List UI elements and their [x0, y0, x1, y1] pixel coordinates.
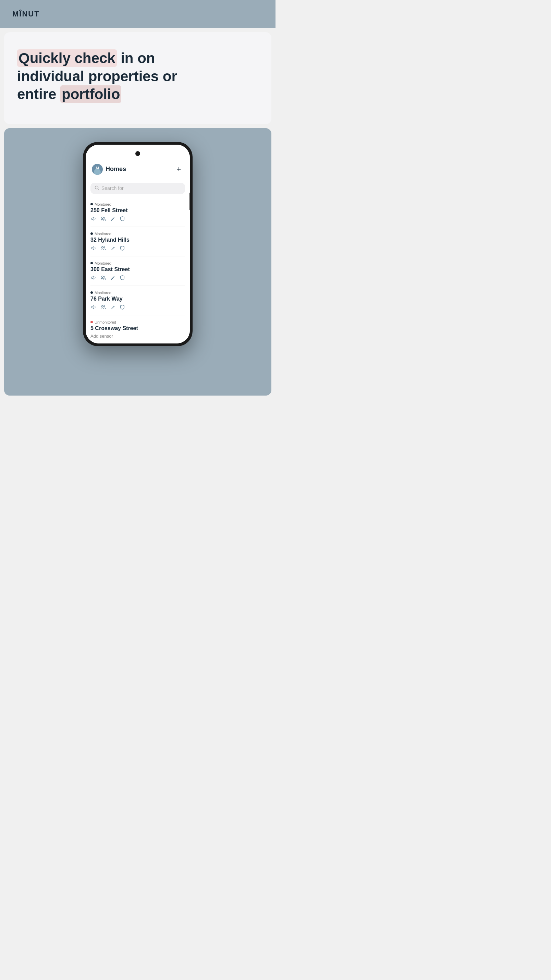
hero-title: Quickly check in on individual propertie… [17, 49, 258, 103]
people-icon-1 [100, 216, 106, 222]
people-icon-3 [100, 275, 106, 281]
property-list: Monitored 250 Fell Street [86, 197, 190, 344]
property-item-2[interactable]: Monitored 32 Hyland Hills [91, 227, 185, 256]
avatar-body [94, 169, 101, 175]
property-icons-1 [91, 216, 185, 222]
stairs-icon-1 [110, 216, 116, 222]
svg-point-2 [102, 217, 103, 219]
status-dot-5 [91, 321, 93, 323]
hero-section: Quickly check in on individual propertie… [4, 32, 272, 124]
svg-point-4 [102, 247, 103, 248]
property-name-1: 250 Fell Street [91, 207, 185, 213]
shield-icon-2 [119, 245, 125, 251]
svg-point-6 [102, 276, 103, 278]
status-dot-1 [91, 203, 93, 205]
shield-icon-3 [119, 275, 125, 281]
property-icons-4 [91, 304, 185, 310]
sound-icon-1 [91, 216, 97, 222]
property-item-1[interactable]: Monitored 250 Fell Street [91, 197, 185, 227]
search-bar[interactable]: Search for [91, 183, 185, 194]
phone-notch [86, 145, 190, 160]
svg-point-8 [102, 305, 103, 307]
status-dot-2 [91, 232, 93, 235]
sound-icon-2 [91, 245, 97, 251]
property-item-5[interactable]: Unmonitored 5 Crossway Street Add sensor [91, 315, 185, 344]
sound-icon-3 [91, 275, 97, 281]
logo: MÎNUT [12, 10, 40, 19]
phone-section: M Homes + Search for [4, 128, 272, 396]
status-label-4: Monitored [95, 291, 111, 295]
status-label-1: Monitored [95, 202, 111, 206]
svg-line-1 [98, 189, 99, 190]
property-name-2: 32 Hyland Hills [91, 237, 185, 243]
phone-frame: M Homes + Search for [83, 142, 192, 346]
phone-screen: M Homes + Search for [86, 145, 190, 344]
stairs-icon-3 [110, 275, 116, 281]
search-placeholder: Search for [102, 185, 124, 191]
add-home-button[interactable]: + [174, 164, 184, 174]
status-dot-4 [91, 291, 93, 294]
hero-text-2: individual properties or [17, 68, 177, 84]
avatar[interactable]: M [92, 164, 103, 175]
property-icons-2 [91, 245, 185, 251]
people-icon-2 [100, 245, 106, 251]
property-status-1: Monitored [91, 202, 185, 206]
svg-point-3 [103, 217, 105, 218]
search-icon [95, 185, 99, 191]
stairs-icon-4 [110, 304, 116, 310]
hero-highlight-2: portfolio [60, 85, 121, 103]
side-button [189, 192, 190, 210]
people-icon-4 [100, 304, 106, 310]
app-header-bar: M Homes + [86, 160, 190, 179]
svg-point-9 [103, 305, 105, 307]
property-status-2: Monitored [91, 232, 185, 236]
add-sensor-label[interactable]: Add sensor [91, 334, 185, 339]
property-name-4: 76 Park Way [91, 296, 185, 302]
status-dot-3 [91, 262, 93, 264]
stairs-icon-2 [110, 245, 116, 251]
app-screen: M Homes + Search for [86, 160, 190, 344]
property-name-5: 5 Crossway Street [91, 325, 185, 331]
app-title: Homes [106, 165, 126, 173]
property-name-3: 300 East Street [91, 266, 185, 272]
status-label-3: Monitored [95, 261, 111, 265]
svg-point-5 [103, 247, 105, 248]
page-header: MÎNUT [0, 0, 275, 28]
app-header-left: M Homes [92, 164, 126, 175]
shield-icon-4 [119, 304, 125, 310]
front-camera [135, 151, 140, 156]
hero-highlight-1: Quickly check [17, 49, 117, 67]
shield-icon-1 [119, 216, 125, 222]
sound-icon-4 [91, 304, 97, 310]
status-label-2: Monitored [95, 232, 111, 236]
property-status-5: Unmonitored [91, 320, 185, 324]
property-item-4[interactable]: Monitored 76 Park Way [91, 286, 185, 315]
hero-text-3: entire [17, 86, 60, 102]
svg-point-7 [103, 276, 105, 277]
property-status-4: Monitored [91, 291, 185, 295]
property-status-3: Monitored [91, 261, 185, 265]
property-icons-3 [91, 275, 185, 281]
status-label-5: Unmonitored [95, 320, 116, 324]
property-item-3[interactable]: Monitored 300 East Street [91, 256, 185, 286]
